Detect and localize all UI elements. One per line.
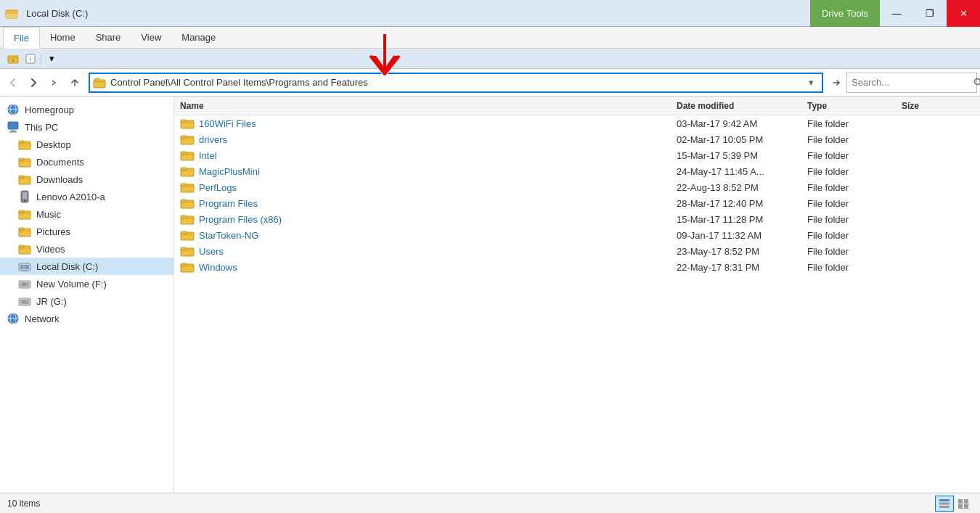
new-folder-qat-button[interactable]: + [4, 50, 22, 67]
tab-home[interactable]: Home [40, 27, 86, 49]
table-row[interactable]: Users 23-May-17 8:52 PM File folder [174, 243, 980, 259]
file-name: PerfLogs [199, 182, 677, 193]
svg-text:i: i [30, 55, 31, 62]
sidebar-item-lenovo[interactable]: Lenovo A2010-a [0, 188, 173, 205]
drive-f-icon: F: [17, 276, 32, 291]
svg-point-8 [975, 78, 981, 84]
table-row[interactable]: MagicPlusMini 24-May-17 11:45 A... File … [174, 163, 980, 179]
table-row[interactable]: Program Files (x86) 15-Mar-17 11:28 PM F… [174, 211, 980, 227]
sidebar-item-downloads-label: Downloads [36, 174, 83, 185]
qat-dropdown[interactable]: ▾ [43, 50, 60, 67]
status-bar: 10 items [0, 493, 980, 513]
sidebar-item-local-disk-c[interactable]: C: Local Disk (C:) [0, 258, 173, 275]
file-date: 03-Mar-17 9:42 AM [677, 118, 807, 129]
go-button[interactable] [826, 73, 846, 93]
navigation-bar: ▾ [0, 69, 980, 97]
svg-rect-55 [181, 184, 187, 186]
column-name[interactable]: Name [180, 101, 677, 111]
file-date: 15-Mar-17 11:28 PM [677, 214, 807, 225]
sidebar-item-jr-g[interactable]: G: JR (G:) [0, 292, 173, 310]
svg-text:G:: G: [23, 300, 26, 304]
folder-icon [180, 116, 195, 131]
qat-separator [41, 53, 41, 65]
tab-file[interactable]: File [3, 27, 40, 49]
file-name: Program Files [199, 198, 677, 209]
folder-desktop-icon [17, 137, 32, 152]
file-name: MagicPlusMini [199, 166, 677, 177]
folder-icon [180, 228, 195, 242]
sidebar-item-downloads[interactable]: Downloads [0, 171, 173, 188]
tab-share[interactable]: Share [86, 27, 131, 49]
network-icon [6, 311, 20, 326]
svg-point-34 [21, 270, 28, 272]
up-button[interactable] [65, 73, 84, 92]
search-icon[interactable] [973, 75, 980, 90]
back-button[interactable] [3, 73, 23, 93]
search-input[interactable] [852, 77, 973, 88]
address-bar[interactable]: ▾ [89, 73, 823, 93]
sidebar-item-desktop[interactable]: Desktop [0, 136, 173, 153]
sidebar: Homegroup This PC Desktop Documents [0, 97, 174, 493]
address-input[interactable] [110, 77, 803, 88]
folder-music-icon [17, 207, 32, 221]
sidebar-item-videos[interactable]: Videos [0, 240, 173, 258]
table-row[interactable]: PerfLogs 22-Aug-13 8:52 PM File folder [174, 179, 980, 195]
column-date[interactable]: Date modified [677, 101, 807, 111]
column-size[interactable]: Size [902, 101, 974, 111]
sidebar-item-this-pc-label: This PC [25, 122, 58, 133]
recent-button[interactable] [44, 73, 64, 93]
table-row[interactable]: drivers 02-Mar-17 10:05 PM File folder [174, 131, 980, 147]
sidebar-item-new-volume-f[interactable]: F: New Volume (F:) [0, 275, 173, 292]
title-bar: Local Disk (C:) Drive Tools — ❐ ✕ [0, 0, 980, 27]
folder-icon [180, 244, 195, 258]
file-rows-container: 160WiFi Files 03-Mar-17 9:42 AM File fol… [174, 115, 980, 275]
sidebar-item-desktop-label: Desktop [36, 139, 71, 150]
large-icons-view-button[interactable] [954, 496, 973, 512]
sidebar-item-jr-g-label: JR (G:) [36, 296, 67, 307]
sidebar-item-documents[interactable]: Documents [0, 153, 173, 171]
drive-g-icon: G: [17, 294, 32, 308]
table-row[interactable]: StarToken-NG 09-Jan-17 11:32 AM File fol… [174, 227, 980, 243]
svg-rect-25 [23, 192, 27, 199]
file-type: File folder [807, 166, 902, 177]
details-view-button[interactable] [935, 496, 954, 512]
svg-rect-19 [19, 141, 24, 143]
sidebar-item-local-disk-c-label: Local Disk (C:) [36, 261, 98, 272]
sidebar-item-homegroup[interactable]: Homegroup [0, 101, 173, 118]
table-row[interactable]: Windows 22-May-17 8:31 PM File folder [174, 259, 980, 275]
folder-downloads-icon [17, 172, 32, 186]
tab-view[interactable]: View [131, 27, 171, 49]
folder-icon [180, 132, 195, 147]
svg-point-26 [24, 200, 25, 202]
properties-qat-button[interactable]: i [22, 50, 39, 67]
sidebar-item-music[interactable]: Music [0, 205, 173, 223]
table-row[interactable]: Intel 15-Mar-17 5:39 PM File folder [174, 147, 980, 163]
svg-rect-63 [181, 247, 187, 250]
computer-icon [6, 120, 20, 134]
file-name: Intel [199, 150, 677, 161]
svg-rect-71 [958, 504, 963, 509]
file-type: File folder [807, 182, 902, 193]
search-bar [846, 73, 977, 93]
minimize-button[interactable]: — [880, 0, 913, 27]
folder-icon [180, 180, 195, 194]
svg-rect-72 [964, 504, 968, 509]
drive-tools-tab[interactable]: Drive Tools [810, 0, 880, 27]
sidebar-item-network[interactable]: Network [0, 310, 173, 327]
forward-button[interactable] [23, 73, 44, 93]
column-type[interactable]: Type [807, 101, 902, 111]
sidebar-item-pictures[interactable]: Pictures [0, 223, 173, 240]
folder-videos-icon [17, 242, 32, 256]
file-type: File folder [807, 214, 902, 225]
address-dropdown[interactable]: ▾ [803, 73, 819, 92]
close-button[interactable]: ✕ [947, 0, 980, 27]
main-area: Homegroup This PC Desktop Documents [0, 97, 980, 493]
svg-rect-32 [19, 245, 24, 247]
table-row[interactable]: 160WiFi Files 03-Mar-17 9:42 AM File fol… [174, 115, 980, 131]
tab-manage[interactable]: Manage [171, 27, 226, 49]
svg-rect-16 [11, 130, 15, 131]
restore-button[interactable]: ❐ [913, 0, 947, 27]
sidebar-item-this-pc[interactable]: This PC [0, 118, 173, 136]
folder-icon [180, 148, 195, 163]
table-row[interactable]: Program Files 28-Mar-17 12:40 PM File fo… [174, 195, 980, 211]
